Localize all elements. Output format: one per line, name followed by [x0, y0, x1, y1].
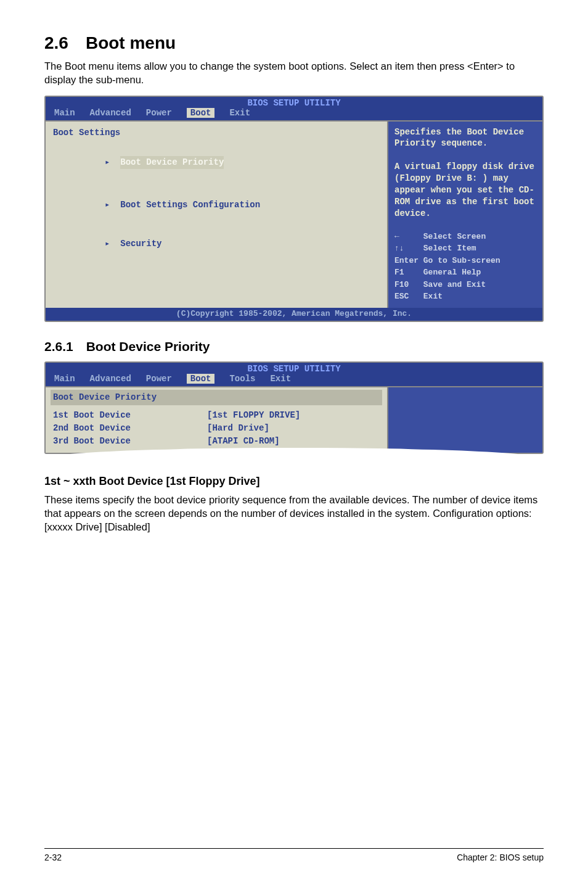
bios-title: BIOS SETUP UTILITY — [46, 97, 542, 108]
tab-boot: Boot — [187, 374, 215, 384]
bios-tab-bar: Main Advanced Power Boot Exit — [46, 108, 542, 120]
menu-item-security: ▸ Security — [53, 225, 380, 263]
boot-device-label: 2nd Boot Device — [53, 422, 207, 435]
tab-exit: Exit — [229, 108, 250, 118]
boot-device-row: 3rd Boot Device [ATAPI CD-ROM] — [53, 435, 380, 448]
tab-advanced: Advanced — [90, 374, 131, 384]
tab-main: Main — [54, 374, 75, 384]
bios-left-panel: Boot Settings ▸ Boot Device Priority ▸ B… — [46, 122, 387, 308]
chapter-label: Chapter 2: BIOS setup — [457, 852, 544, 862]
panel-title: Boot Device Priority — [51, 390, 382, 405]
bios-screenshot-boot-device-priority: BIOS SETUP UTILITY Main Advanced Power B… — [44, 361, 544, 454]
bios-left-panel: Boot Device Priority 1st Boot Device [1s… — [46, 387, 387, 453]
bios-screenshot-boot-settings: BIOS SETUP UTILITY Main Advanced Power B… — [44, 96, 544, 322]
tab-power: Power — [146, 374, 172, 384]
boot-settings-title: Boot Settings — [53, 126, 380, 139]
boot-device-value: [ATAPI CD-ROM] — [207, 435, 280, 448]
bios-key-help: ← Select Screen ↑↓ Select Item Enter Go … — [394, 231, 536, 303]
tab-boot: Boot — [187, 108, 215, 118]
submenu-arrow-icon: ▸ — [105, 239, 120, 249]
bios-title: BIOS SETUP UTILITY — [46, 363, 542, 374]
boot-device-label: 3rd Boot Device — [53, 435, 207, 448]
boot-device-value: [1st FLOPPY DRIVE] — [207, 409, 300, 422]
intro-paragraph: The Boot menu items allow you to change … — [44, 59, 544, 87]
boot-device-label: 1st Boot Device — [53, 409, 207, 422]
tab-advanced: Advanced — [90, 108, 131, 118]
boot-device-row: 2nd Boot Device [Hard Drive] — [53, 422, 380, 435]
subsection-heading: 2.6.1 Boot Device Priority — [44, 339, 544, 354]
section-heading: 2.6 Boot menu — [44, 33, 544, 53]
boot-device-value: [Hard Drive] — [207, 422, 269, 435]
tab-main: Main — [54, 108, 75, 118]
tab-tools: Tools — [229, 374, 255, 384]
option-description: These items specify the boot device prio… — [44, 493, 544, 534]
bios-copyright: (C)Copyright 1985-2002, American Megatre… — [46, 308, 542, 321]
tab-exit: Exit — [270, 374, 291, 384]
bios-item-description: Specifies the Boot Device Priority seque… — [394, 126, 536, 220]
tab-power: Power — [146, 108, 172, 118]
submenu-arrow-icon: ▸ — [105, 157, 120, 167]
page-footer: 2-32 Chapter 2: BIOS setup — [44, 848, 544, 862]
menu-item-boot-device-priority: ▸ Boot Device Priority — [53, 143, 380, 182]
page-number: 2-32 — [44, 852, 62, 862]
boot-device-row: 1st Boot Device [1st FLOPPY DRIVE] — [53, 409, 380, 422]
menu-item-boot-settings-config: ▸ Boot Settings Configuration — [53, 186, 380, 225]
bios-help-panel — [387, 387, 542, 453]
option-heading: 1st ~ xxth Boot Device [1st Floppy Drive… — [44, 475, 544, 488]
bios-tab-bar: Main Advanced Power Boot Tools Exit — [46, 374, 542, 386]
submenu-arrow-icon: ▸ — [105, 200, 120, 210]
bios-help-panel: Specifies the Boot Device Priority seque… — [387, 122, 542, 308]
